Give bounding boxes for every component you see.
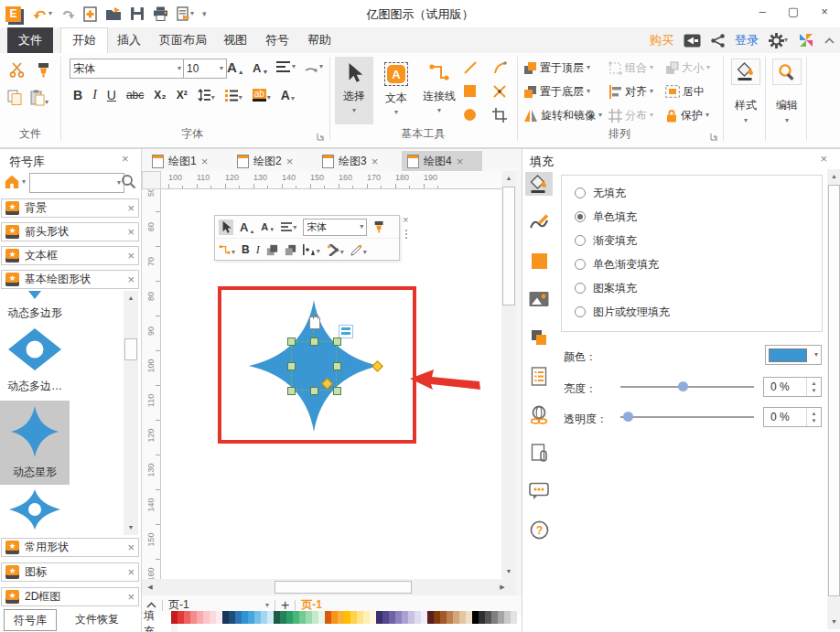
align-text-button[interactable]: ▾ xyxy=(276,61,296,72)
palette-swatch[interactable] xyxy=(389,611,395,624)
italic-button[interactable]: I xyxy=(92,88,97,102)
palette-swatch[interactable] xyxy=(370,611,376,624)
palette-swatch[interactable] xyxy=(210,611,216,624)
menu-tab-view[interactable]: 视图 xyxy=(212,27,258,53)
library-search-button[interactable] xyxy=(121,174,136,189)
transparency-spinner[interactable]: 0 % ▲▼ xyxy=(763,407,822,427)
palette-swatch[interactable] xyxy=(408,611,415,624)
mini-font-select[interactable]: 宋体▾ xyxy=(303,219,367,236)
spinner-arrows-icon[interactable]: ▲▼ xyxy=(806,408,821,426)
fill-option-radio[interactable] xyxy=(575,259,586,270)
align-button[interactable]: 对齐▾ xyxy=(608,83,653,100)
scroll-up-icon[interactable]: ▲ xyxy=(827,170,840,183)
palette-swatch[interactable] xyxy=(171,611,178,624)
grow-font-button[interactable]: A▲ xyxy=(227,59,244,75)
palette-swatch[interactable] xyxy=(498,611,504,624)
palette-swatch[interactable] xyxy=(325,611,331,624)
palette-swatch[interactable] xyxy=(267,611,274,624)
palette-swatch[interactable] xyxy=(421,611,427,624)
library-section-icons[interactable]: ★ 图标× xyxy=(1,562,139,582)
library-section-arrow-shapes[interactable]: ★ 箭头形状× xyxy=(1,222,139,241)
mini-bold-button[interactable]: B xyxy=(242,243,250,256)
palette-swatch[interactable] xyxy=(491,611,498,624)
palette-swatch[interactable] xyxy=(485,611,491,624)
superscript-button[interactable]: X² xyxy=(177,89,188,102)
palette-swatch[interactable] xyxy=(472,611,479,624)
palette-swatch[interactable] xyxy=(479,611,485,624)
library-close-icon[interactable]: × xyxy=(122,153,129,165)
section-close-icon[interactable]: × xyxy=(127,202,135,214)
palette-swatch[interactable] xyxy=(376,611,382,624)
panel-tab-library[interactable]: 符号库 xyxy=(4,609,57,631)
palette-swatch[interactable] xyxy=(229,611,235,624)
rotate-mirror-button[interactable]: 旋转和镜像▾ xyxy=(523,107,602,123)
palette-swatch[interactable] xyxy=(357,611,363,624)
bring-to-front-button[interactable]: 置于顶层▾ xyxy=(523,59,590,76)
doc-tab-1[interactable]: 绘图1× xyxy=(146,151,213,171)
send-to-back-button[interactable]: 置于底层▾ xyxy=(523,83,590,100)
bullets-button[interactable]: ▾ xyxy=(225,90,242,102)
palette-swatch[interactable] xyxy=(338,611,344,624)
section-close-icon[interactable]: × xyxy=(127,591,135,603)
tool-attachment-button[interactable] xyxy=(525,441,553,465)
fill-option-radio[interactable] xyxy=(575,187,586,198)
brightness-slider[interactable] xyxy=(620,386,754,388)
palette-swatch[interactable] xyxy=(363,611,370,624)
scroll-up-icon[interactable]: ▲ xyxy=(124,292,138,305)
shape-list-scrollbar[interactable]: ▲ ▼ xyxy=(124,291,138,535)
palette-swatch[interactable] xyxy=(395,611,402,624)
shrink-font-button[interactable]: A▼ xyxy=(253,61,268,75)
mini-bring-front-button[interactable] xyxy=(266,244,278,256)
collapse-ribbon-icon[interactable] xyxy=(824,37,835,44)
connector-tool-button[interactable]: 连接线▾ xyxy=(418,57,460,124)
palette-swatch[interactable] xyxy=(274,611,280,624)
tab-close-icon[interactable]: × xyxy=(286,155,294,167)
strikethrough-button[interactable]: abc xyxy=(126,89,144,102)
palette-swatch[interactable] xyxy=(184,611,190,624)
minimize-button[interactable]: – xyxy=(747,0,778,24)
scroll-up-icon[interactable]: ▲ xyxy=(501,172,516,185)
arrange-dialog-launcher[interactable] xyxy=(710,133,718,141)
mini-send-back-button[interactable] xyxy=(285,244,296,256)
tool-line-style-button[interactable] xyxy=(525,210,553,234)
palette-swatch[interactable] xyxy=(248,611,254,624)
mini-select-button[interactable] xyxy=(219,220,233,235)
shape-dynamic-star-selected[interactable]: 动态星形 xyxy=(0,401,70,485)
group-button[interactable]: 组合▾ xyxy=(608,59,653,76)
rectangle-tool-button[interactable] xyxy=(463,84,477,98)
shape-dynamic-polygon[interactable] xyxy=(7,327,62,371)
tool-hyperlink-button[interactable] xyxy=(525,402,553,426)
panel-tab-file-recovery[interactable]: 文件恢复 xyxy=(66,609,128,629)
scroll-right-icon[interactable]: ▶ xyxy=(495,581,510,594)
text-highlight-button[interactable]: ab▾ xyxy=(253,89,271,102)
palette-swatch[interactable] xyxy=(447,611,453,624)
selection-handle-ne[interactable] xyxy=(333,337,341,346)
fill-option-no-fill[interactable]: 无填充 xyxy=(575,185,626,201)
library-section-backgrounds[interactable]: ★ 背景× xyxy=(1,198,139,218)
tool-page-properties-button[interactable] xyxy=(525,364,553,388)
menu-tab-help[interactable]: 帮助 xyxy=(296,27,342,53)
palette-swatch[interactable] xyxy=(261,611,267,624)
section-close-icon[interactable]: × xyxy=(127,226,135,238)
page-select-arrow-icon[interactable]: ▾ xyxy=(265,602,269,609)
settings-button[interactable]: ▾ xyxy=(769,33,788,48)
selection-handle-s[interactable] xyxy=(310,387,318,395)
scroll-left-icon[interactable]: ◀ xyxy=(143,581,157,594)
scroll-down-icon[interactable]: ▼ xyxy=(124,521,138,534)
arc-tool-button[interactable] xyxy=(492,60,507,75)
mini-toolbar-close-icon[interactable]: × xyxy=(403,215,408,225)
tab-close-icon[interactable]: × xyxy=(457,155,464,167)
mini-format-painter-button[interactable] xyxy=(373,220,385,233)
center-button[interactable]: 居中 xyxy=(665,83,705,100)
palette-swatch[interactable] xyxy=(459,611,466,624)
mini-shrink-font-button[interactable]: A▼ xyxy=(261,221,275,232)
selection-handle-sw[interactable] xyxy=(287,387,296,395)
doc-tab-3[interactable]: 绘图3× xyxy=(317,151,383,171)
palette-swatch[interactable] xyxy=(440,611,447,624)
maximize-button[interactable]: ▢ xyxy=(778,0,809,24)
mini-grow-font-button[interactable]: A▲ xyxy=(240,220,254,234)
scroll-thumb[interactable] xyxy=(124,338,137,360)
mini-distribute-button[interactable]: ▾ xyxy=(303,244,320,255)
mini-toolbar-more-icon[interactable] xyxy=(405,230,407,239)
palette-swatch[interactable] xyxy=(434,611,440,624)
